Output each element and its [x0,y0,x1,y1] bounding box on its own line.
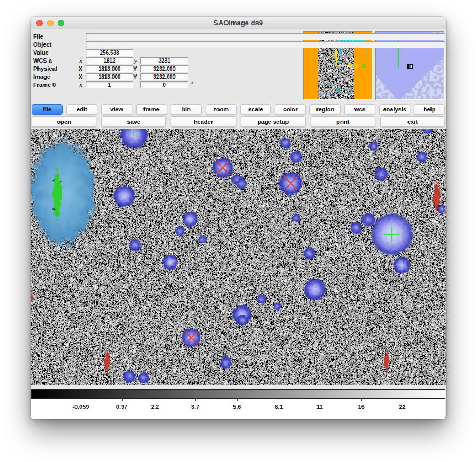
star [256,294,267,304]
panner-star-speck [346,92,349,94]
colorbar-tick [403,399,403,401]
info-label-frame-0: Frame 0 [33,81,56,88]
coord-label-image-1: X [73,73,82,80]
compass-label-n: N [332,52,336,58]
star [129,239,141,251]
colorbar-tick-label: -0.059 [72,404,89,410]
star [303,278,326,301]
info-label-wcs-a: WCS a [33,57,52,64]
colorbar-tick [279,399,279,401]
panner-star-speck [335,74,336,75]
field-object[interactable] [86,41,445,48]
field-physical-2[interactable]: 3232.000 [140,65,188,72]
menu-open[interactable]: open [32,116,96,127]
degree-symbol: ° [191,81,193,87]
field-frame-0-1[interactable]: 1 [86,81,133,88]
saturated-galaxy-blob [31,138,97,248]
colorbar-tick-label: 8.1 [275,404,283,410]
ds9-window: SAOImage ds9 YNEX FileObjectValue256.538… [31,17,446,419]
star [162,254,178,270]
close-button[interactable] [36,20,43,26]
colorbar-tick [81,399,81,401]
coord-label-wcs-a-1: x [73,57,82,64]
menu-row-file: opensaveheaderpage setupprintexit [31,116,445,127]
info-label-value: Value [33,49,49,56]
colorbar-tick [122,399,123,401]
menu-edit[interactable]: edit [66,104,97,115]
menu-bar: fileeditviewframebinzoomscalecolorregion… [31,102,446,129]
window-controls [36,20,64,26]
colorbar-tick [320,399,320,401]
panner-star-speck [327,84,329,86]
info-label-image: Image [33,73,50,80]
star [220,356,232,369]
menu-view[interactable]: view [101,104,132,115]
menu-scale[interactable]: scale [240,104,271,115]
minimize-button[interactable] [47,20,54,26]
field-value-1[interactable]: 256.538 [86,49,133,56]
menu-wcs[interactable]: wcs [344,104,375,115]
colorbar-tick-label: 5.6 [233,404,241,410]
panner-star-speck [320,57,321,58]
field-image-1[interactable]: 1813.000 [86,73,133,80]
star [123,370,136,383]
field-wcs-a-1[interactable]: 1812 [86,57,133,64]
field-physical-1[interactable]: 1813.000 [86,65,133,72]
info-panel: YNEX FileObjectValue256.538WCS ax1812y32… [31,29,446,102]
star [369,141,379,152]
info-label-physical: Physical [33,65,57,72]
coord-label-physical-2: Y [128,65,137,72]
star [236,178,247,190]
menu-frame[interactable]: frame [136,104,167,115]
menu-page-setup[interactable]: page setup [241,116,306,127]
star [112,184,135,207]
star [303,247,316,260]
menu-help[interactable]: help [414,104,445,115]
coord-label-physical-1: X [73,65,82,72]
menu-print[interactable]: print [311,116,375,127]
menu-analysis[interactable]: analysis [379,104,410,115]
colorbar-tick-label: 11 [316,404,323,410]
star [138,372,149,384]
info-label-file: File [33,33,43,40]
star [437,205,446,213]
star [273,302,281,311]
title-bar[interactable]: SAOImage ds9 [31,17,446,29]
menu-color[interactable]: color [275,104,306,115]
field-image-2[interactable]: 3232.000 [140,73,188,80]
panner-star-speck [338,61,340,63]
panner-star-speck [330,94,333,96]
menu-region[interactable]: region [309,104,341,115]
field-wcs-a-2[interactable]: 3231 [140,57,188,64]
menu-file[interactable]: file [32,104,63,115]
info-label-object: Object [33,41,51,48]
menu-exit[interactable]: exit [380,116,445,127]
menu-save[interactable]: save [101,116,166,127]
colorbar-tick-label: 16 [358,404,365,410]
main-image-canvas[interactable] [31,129,446,385]
colorbar-tick [155,399,155,401]
star [393,257,410,274]
panner-star-speck [323,70,325,72]
coord-label-wcs-a-2: y [128,57,137,64]
colorbar[interactable] [31,389,445,399]
star [292,214,300,222]
colorbar-tick-label: 3.7 [191,404,199,410]
menu-zoom[interactable]: zoom [206,104,237,115]
menu-bin[interactable]: bin [171,104,202,115]
colorbar-tick-label: 0.97 [116,404,127,410]
panner-star-speck [336,88,339,91]
colorbar-tick [361,399,362,401]
colorbar-tick-label: 2.2 [151,404,159,410]
zoom-button[interactable] [58,20,64,26]
menu-header[interactable]: header [171,116,236,127]
field-file[interactable] [86,33,445,40]
coord-label-image-2: Y [128,73,137,80]
field-frame-0-2[interactable]: 0 [140,81,188,88]
colorbar-scale: -0.0590.972.23.75.68.1111622 [31,399,445,419]
panner-star-speck [321,94,323,95]
menu-row-main: fileeditviewframebinzoomscalecolorregion… [31,104,445,115]
magnifier-cursor-box [407,64,413,69]
star [350,221,362,234]
image-frame[interactable] [31,129,446,385]
